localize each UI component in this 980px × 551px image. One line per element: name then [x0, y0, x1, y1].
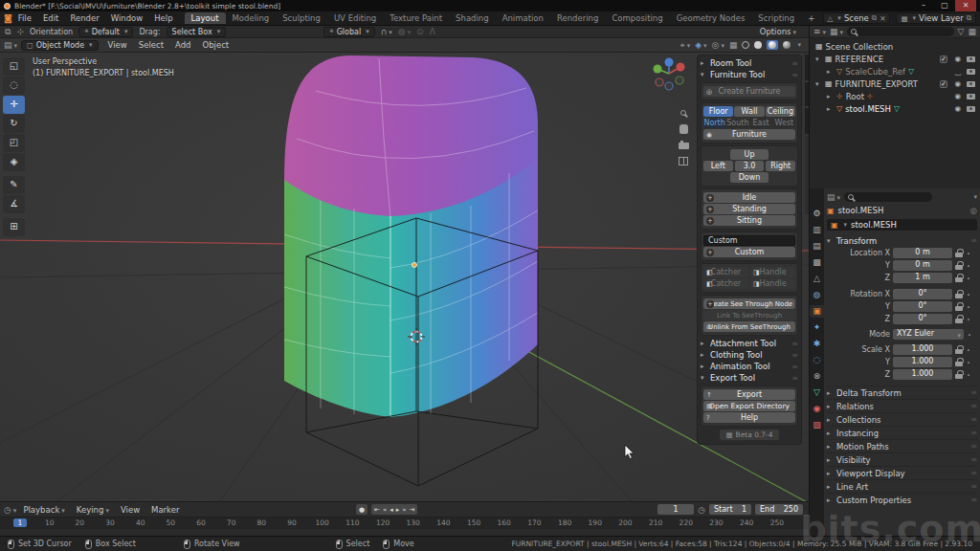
gizmo-y-axis[interactable] — [654, 65, 662, 74]
gizmo-z-neg[interactable] — [665, 82, 673, 90]
workspace-tab[interactable]: Texture Paint — [383, 12, 449, 24]
workspace-tab[interactable]: Scripting — [751, 12, 801, 24]
jump-start-button[interactable]: ⇤ — [374, 506, 380, 514]
cursor-tool[interactable]: ◌ — [3, 77, 25, 95]
frame-tick-label[interactable]: 210 — [648, 518, 663, 527]
blender-menu-icon[interactable]: ◙ — [4, 13, 12, 23]
prev-keyframe-button[interactable]: « — [383, 506, 387, 514]
idle-button[interactable]: +Idle — [703, 192, 795, 203]
pan-hand-icon[interactable] — [676, 122, 691, 136]
tab-object-icon[interactable]: ▣ — [810, 305, 824, 318]
tab-modifiers-icon[interactable]: ✦ — [810, 321, 824, 334]
open-export-directory-button[interactable]: ▤Open Export Directory — [703, 401, 795, 411]
tab-scene-icon[interactable]: △ — [810, 273, 824, 285]
create-see-through-button[interactable]: +Create See Through Node — [703, 298, 795, 309]
frame-tick-label[interactable]: 1 — [13, 518, 27, 527]
up-button[interactable]: Up — [730, 149, 768, 160]
create-furniture-button[interactable]: ◎Create Furniture — [703, 86, 795, 97]
frame-start-field[interactable]: Start1 — [709, 504, 751, 515]
tab-output-icon[interactable]: ▤ — [810, 240, 824, 253]
transform-section-header[interactable]: ▾Transform≡ — [827, 234, 977, 247]
outliner-row-reference[interactable]: ▾ ▦ REFERENCE ✓ ◉ — [810, 53, 980, 65]
transform-pivot-icon[interactable]: ⌖▾ — [680, 40, 691, 51]
frame-tick-label[interactable]: 60 — [193, 518, 209, 527]
play-button[interactable]: ▸ — [396, 506, 400, 514]
catcher-button-2[interactable]: ◧Catcher — [703, 278, 748, 289]
view-layer-selector[interactable]: ▦▾ View Layer ⧉ — [896, 12, 976, 24]
menu-item[interactable]: Render — [64, 13, 104, 23]
furniture-button[interactable]: ◉Furniture — [703, 129, 795, 140]
outliner-row-scalecube[interactable]: ▸ ▽ ScaleCube_Ref ▽ ‿ — [810, 65, 980, 77]
tab-tool-icon[interactable]: ⚙ — [810, 208, 824, 220]
outliner-row-stool-mesh[interactable]: ▸ ▽ stool.MESH ▽ ◉ — [810, 102, 980, 115]
workspace-tab[interactable]: Animation — [496, 12, 550, 24]
snap-magnet-icon[interactable]: ∩▾ — [381, 27, 392, 36]
viewport-menu-item[interactable]: Object — [196, 40, 234, 50]
stool-mesh[interactable]: B4 B2 B3 — [229, 53, 555, 417]
viewport-3d[interactable]: B4 B2 B3 User Perspective (1) FURNITURE_… — [0, 53, 809, 501]
active-tool-icon[interactable]: ⧉ — [5, 27, 11, 37]
frame-tick-label[interactable]: 230 — [708, 518, 724, 527]
shading-rendered-icon[interactable] — [783, 41, 791, 49]
animate-dot-icon[interactable]: · — [966, 249, 971, 258]
zoom-icon[interactable] — [676, 106, 691, 120]
collection-filter-icon[interactable]: ▦▾ — [830, 27, 843, 36]
angle-field[interactable]: 3.0 — [735, 161, 765, 171]
gizmo-z-axis[interactable] — [665, 58, 674, 67]
standing-button[interactable]: +Standing — [703, 204, 795, 214]
frame-tick-label[interactable]: 10 — [42, 518, 57, 527]
annotate-tool[interactable]: ✎ — [3, 176, 25, 194]
proportional-edit-icon[interactable]: ◍▾ — [398, 27, 411, 36]
gizmo-x-neg[interactable] — [656, 78, 663, 86]
unlink-seethrough-button[interactable]: ⊘Unlink From SeeThrough — [703, 321, 795, 332]
camera-visibility-icon[interactable] — [967, 94, 975, 99]
west-button[interactable]: West — [773, 118, 795, 128]
orientation-dropdown[interactable]: ⌖ Default▾ — [78, 27, 133, 37]
view-menu[interactable]: View — [116, 505, 145, 515]
tab-texture-icon[interactable]: ▨ — [810, 419, 824, 431]
collapsed-section[interactable]: ▸Instancing≡ — [827, 426, 977, 439]
keying-menu[interactable]: Keying▾ — [72, 505, 114, 515]
collapsed-section[interactable]: ▸Relations≡ — [827, 399, 977, 412]
lock-icon[interactable] — [955, 261, 963, 270]
collection-checkbox[interactable]: ✓ — [940, 55, 947, 63]
select-box-tool[interactable]: ◱ — [3, 57, 25, 76]
frame-tick-label[interactable]: 130 — [406, 518, 421, 527]
custom-button[interactable]: +Custom — [703, 247, 795, 257]
move-tool-icon[interactable]: ⊹ — [16, 27, 24, 36]
menu-item[interactable]: Window — [105, 13, 149, 23]
help-button[interactable]: ?Help — [703, 412, 795, 423]
frame-end-field[interactable]: End250 — [755, 504, 803, 515]
animate-dot-icon[interactable]: · — [966, 358, 971, 367]
outliner-row-furniture-export[interactable]: ▾ ▦ FURNITURE_EXPORT ✓ ◉ — [810, 77, 980, 90]
shading-solid-icon[interactable] — [754, 41, 762, 49]
record-button[interactable]: ● — [356, 504, 368, 515]
current-frame-field[interactable]: 1 — [657, 504, 694, 515]
perspective-toggle-icon[interactable] — [676, 154, 691, 167]
workspace-tab[interactable]: UV Editing — [327, 12, 383, 24]
viewport-menu-item[interactable]: View — [102, 40, 133, 50]
gizmo-dropdown-icon[interactable]: ◈▾ — [695, 40, 706, 50]
export-button[interactable]: ↑Export — [703, 389, 795, 400]
value-field[interactable]: 1.000 — [893, 344, 952, 355]
frame-tick-label[interactable]: 100 — [315, 518, 330, 527]
eye-open-icon[interactable]: ◉ — [954, 104, 961, 113]
collection-checkbox[interactable]: ✓ — [940, 80, 947, 88]
value-field[interactable]: 0° — [893, 289, 952, 299]
scene-selector[interactable]: △▾ Scene ⧉ ✕ — [823, 12, 891, 24]
north-button[interactable]: North — [703, 118, 725, 128]
next-keyframe-button[interactable]: » — [402, 506, 406, 514]
timeline-ruler[interactable]: 1102030405060708090100110120130140150160… — [0, 517, 809, 529]
delete-scene-icon[interactable]: ✕ — [880, 14, 885, 23]
tab-material-icon[interactable]: ◉ — [810, 403, 824, 415]
move-tool[interactable]: ✛ — [3, 96, 25, 114]
room-tool-header[interactable]: ▸Room Tool≡ — [701, 57, 798, 69]
frame-tick-label[interactable]: 200 — [617, 518, 633, 527]
camera-visibility-icon[interactable] — [967, 69, 975, 75]
frame-tick-label[interactable]: 220 — [679, 518, 694, 527]
catcher-button-1[interactable]: ◧Catcher — [703, 267, 748, 277]
menu-item[interactable]: File — [12, 13, 37, 23]
close-button[interactable]: ✕ — [955, 0, 976, 11]
animate-dot-icon[interactable]: · — [966, 302, 971, 312]
lock-icon[interactable] — [955, 274, 963, 282]
